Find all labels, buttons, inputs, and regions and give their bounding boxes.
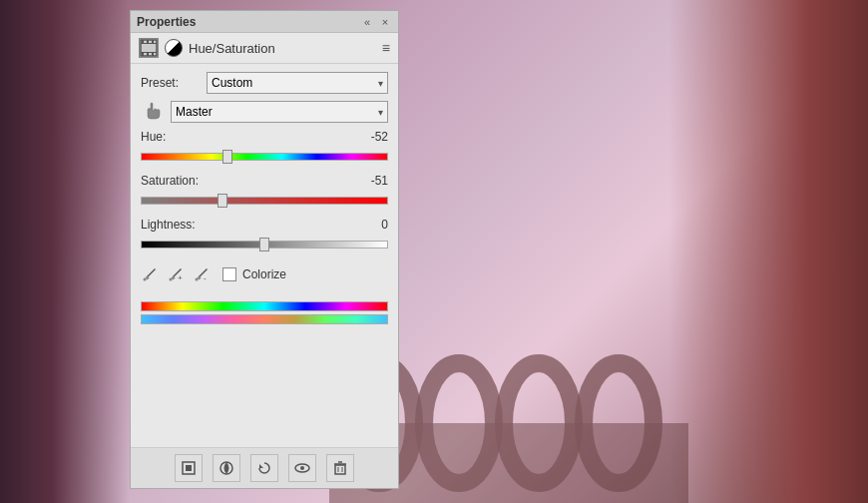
reset-button[interactable] (250, 454, 278, 482)
lightness-track[interactable] (141, 241, 388, 249)
color-bars (141, 301, 388, 324)
svg-marker-25 (259, 464, 263, 468)
svg-rect-9 (147, 40, 149, 43)
hand-icon[interactable] (141, 100, 165, 124)
close-button[interactable]: × (378, 16, 392, 28)
panel-header: Hue/Saturation ≡ (131, 33, 398, 64)
preset-arrow-icon: ▾ (378, 78, 383, 89)
section-title: Hue/Saturation (189, 41, 275, 56)
preset-row: Preset: Custom ▾ (141, 72, 388, 94)
collapse-button[interactable]: « (360, 16, 374, 28)
saturation-header: Saturation: -51 (141, 174, 388, 188)
hue-header: Hue: -52 (141, 130, 388, 144)
view-button[interactable] (213, 454, 240, 482)
saturation-slider-row: Saturation: -51 (141, 174, 388, 212)
hue-label: Hue: (141, 130, 166, 144)
panel-menu-icon[interactable]: ≡ (382, 40, 390, 56)
properties-panel: Properties « × Hue/Saturation ≡ (130, 10, 399, 489)
preset-value: Custom (212, 76, 252, 90)
svg-rect-6 (141, 43, 157, 44)
svg-point-17 (170, 278, 173, 281)
svg-point-27 (300, 466, 304, 470)
channel-row: Master ▾ (141, 100, 388, 124)
saturation-track[interactable] (141, 197, 388, 205)
panel-titlebar: Properties « × (131, 11, 398, 33)
saturation-track-container[interactable] (141, 190, 388, 212)
svg-rect-12 (147, 53, 149, 56)
lightness-slider-row: Lightness: 0 (141, 218, 388, 255)
hue-track-container[interactable] (141, 146, 388, 168)
panel-title: Properties (137, 15, 196, 29)
svg-rect-7 (141, 52, 157, 53)
film-icon (139, 38, 159, 58)
svg-rect-11 (142, 53, 144, 56)
lightness-thumb[interactable] (259, 238, 269, 252)
hue-slider-row: Hue: -52 (141, 130, 388, 168)
saturation-label: Saturation: (141, 174, 199, 188)
delete-button[interactable] (326, 454, 354, 482)
svg-rect-28 (335, 465, 345, 474)
svg-rect-10 (152, 40, 154, 43)
eyedropper-icon[interactable] (141, 265, 159, 283)
eyedropper-minus-icon[interactable]: - (193, 265, 211, 283)
hue-value: -52 (358, 130, 388, 144)
colorize-label: Colorize (242, 267, 286, 281)
panel-body: Preset: Custom ▾ Master ▾ Hue: -52 (131, 64, 398, 447)
channel-value: Master (176, 105, 213, 119)
svg-rect-8 (142, 40, 144, 43)
svg-text:+: + (178, 273, 183, 282)
saturation-thumb[interactable] (217, 194, 227, 208)
svg-rect-13 (152, 53, 154, 56)
preset-label: Preset: (141, 76, 201, 90)
result-bar (141, 314, 388, 324)
lightness-label: Lightness: (141, 218, 196, 232)
svg-point-15 (144, 278, 147, 281)
eyedropper-plus-icon[interactable]: + (167, 265, 185, 283)
svg-point-20 (196, 278, 199, 281)
channel-select[interactable]: Master ▾ (171, 101, 388, 123)
channel-arrow-icon: ▾ (378, 107, 383, 118)
panel-toolbar (131, 447, 398, 488)
svg-text:-: - (204, 273, 207, 282)
lightness-header: Lightness: 0 (141, 218, 388, 232)
visibility-button[interactable] (288, 454, 316, 482)
preset-select[interactable]: Custom ▾ (207, 72, 388, 94)
mask-button[interactable] (175, 454, 203, 482)
svg-rect-23 (186, 465, 192, 471)
bg-right-overlay (668, 0, 868, 503)
hue-track[interactable] (141, 153, 388, 161)
hue-thumb[interactable] (222, 150, 232, 164)
colorize-row: Colorize (222, 267, 286, 281)
lightness-value: 0 (358, 218, 388, 232)
saturation-value: -51 (358, 174, 388, 188)
eyedropper-row: + - Colorize (141, 261, 388, 287)
rainbow-bar (141, 301, 388, 311)
titlebar-controls: « × (360, 16, 392, 28)
circle-icon (165, 39, 183, 57)
colorize-checkbox[interactable] (222, 267, 236, 281)
bg-left-overlay (0, 0, 130, 503)
lightness-track-container[interactable] (141, 234, 388, 255)
